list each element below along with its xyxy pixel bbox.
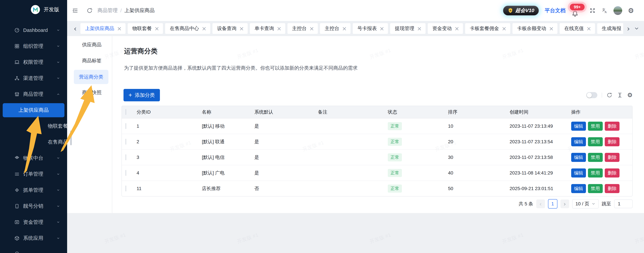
sidebar-subitem-在售商品中心[interactable]: 在售商品中心 xyxy=(0,134,67,150)
select-all-checkbox[interactable] xyxy=(126,109,126,115)
tab-提现管理[interactable]: 提现管理× xyxy=(390,23,426,34)
disable-button[interactable]: 禁用 xyxy=(588,184,603,193)
close-icon[interactable]: × xyxy=(202,26,206,31)
row-checkbox[interactable] xyxy=(126,123,126,129)
main-area: 商品管理 / 上架供应商品 超会V10 平台文档 99+ xyxy=(67,0,644,253)
row-checkbox[interactable] xyxy=(126,186,126,192)
prev-page-button[interactable]: ‹ xyxy=(536,200,545,208)
delete-button[interactable]: 删除 xyxy=(605,137,620,146)
tab-卡板余额变动[interactable]: 卡板余额变动× xyxy=(512,23,558,34)
translate-icon[interactable]: 文A xyxy=(602,8,608,14)
edit-button[interactable]: 编辑 xyxy=(571,122,586,131)
edit-button[interactable]: 编辑 xyxy=(571,137,586,146)
vip-badge[interactable]: 超会V10 xyxy=(503,6,539,16)
close-icon[interactable]: × xyxy=(310,26,314,31)
disable-button[interactable]: 禁用 xyxy=(588,122,603,131)
cell-created_at: 2023-11-07 23:13:49 xyxy=(510,124,571,129)
page-size-select[interactable]: 10 / 页 xyxy=(572,199,599,208)
sidebar-item-系统应用[interactable]: 系统应用 xyxy=(0,230,67,246)
page-number-button[interactable]: 1 xyxy=(548,199,558,208)
close-icon[interactable]: × xyxy=(454,26,460,31)
sidebar-item-订单管理[interactable]: 订单管理 xyxy=(0,166,67,182)
fullscreen-icon[interactable] xyxy=(589,8,596,14)
toolbar-divider xyxy=(602,92,602,98)
delete-button[interactable]: 删除 xyxy=(605,122,620,131)
tab-生成海报[interactable]: 生成海报× xyxy=(597,23,623,34)
delete-button[interactable]: 删除 xyxy=(605,153,620,162)
tab-在售商品中心[interactable]: 在售商品中心× xyxy=(165,23,210,34)
row-density-icon[interactable] xyxy=(617,92,623,98)
subnav-item-供应商品[interactable]: 供应商品 xyxy=(67,37,112,53)
sidebar-subitem-物联套餐[interactable]: 物联套餐 xyxy=(0,118,67,134)
delete-button[interactable]: 删除 xyxy=(605,184,620,193)
column-settings-icon[interactable]: ⚙ xyxy=(627,92,632,98)
menu-fold-icon[interactable] xyxy=(72,8,78,14)
close-icon[interactable]: × xyxy=(342,26,347,31)
tab-主控台[interactable]: 主控台× xyxy=(288,23,318,34)
avatar[interactable] xyxy=(614,6,622,15)
close-icon[interactable]: × xyxy=(417,26,422,31)
sidebar-item-clipped[interactable] xyxy=(0,246,67,253)
tab-list-dropdown-icon[interactable] xyxy=(634,26,640,32)
platform-docs-link[interactable]: 平台文档 xyxy=(545,7,566,14)
gear-icon[interactable]: ⚙ xyxy=(628,7,634,14)
cell-name: [默认] 移动 xyxy=(202,123,254,129)
notifications[interactable]: 99+ xyxy=(571,3,584,18)
notification-count-badge: 99+ xyxy=(570,4,584,10)
close-icon[interactable]: × xyxy=(239,26,244,31)
row-checkbox[interactable] xyxy=(126,139,126,144)
sidebar-item-抓单管理[interactable]: 抓单管理 xyxy=(0,182,67,198)
tab-上架供应商品[interactable]: 上架供应商品× xyxy=(80,23,126,34)
stripe-toggle[interactable] xyxy=(586,92,597,98)
sidebar-item-商品管理[interactable]: 商品管理 xyxy=(0,86,67,102)
tab-资金变动[interactable]: 资金变动× xyxy=(428,23,463,34)
close-icon[interactable]: × xyxy=(502,26,506,31)
tab-设备查询[interactable]: 设备查询× xyxy=(212,23,248,34)
scrollbar-thumb[interactable] xyxy=(70,130,72,145)
cell-is_default: 否 xyxy=(254,186,318,192)
sidebar-item-渠道管理[interactable]: 渠道管理 xyxy=(0,70,67,86)
disable-button[interactable]: 禁用 xyxy=(588,137,603,146)
add-category-button[interactable]: + 添加分类 xyxy=(124,89,160,101)
close-icon[interactable]: × xyxy=(277,26,282,31)
close-icon[interactable]: × xyxy=(154,26,160,31)
subnav-item-商品快照[interactable]: 商品快照 xyxy=(67,84,112,100)
sidebar-item-资金管理[interactable]: 资金管理 xyxy=(0,214,67,230)
tab-主控台[interactable]: 主控台× xyxy=(320,23,350,34)
close-icon[interactable]: × xyxy=(549,26,554,31)
delete-button[interactable]: 删除 xyxy=(605,168,620,178)
bell-icon[interactable] xyxy=(572,10,578,17)
tab-scroll-right-icon[interactable]: › xyxy=(625,25,632,32)
tab-单卡查询[interactable]: 单卡查询× xyxy=(250,23,285,34)
disable-button[interactable]: 禁用 xyxy=(588,153,603,162)
row-checkbox[interactable] xyxy=(126,154,126,160)
sidebar-item-物联中台[interactable]: 物联中台 xyxy=(0,150,67,166)
sidebar-item-权限管理[interactable]: 权限管理 xyxy=(0,54,67,70)
subnav-item-营运商分类[interactable]: 营运商分类 xyxy=(74,70,108,84)
table-refresh-icon[interactable] xyxy=(606,92,612,98)
edit-button[interactable]: 编辑 xyxy=(571,184,586,193)
page-title: 运营商分类 xyxy=(124,46,632,56)
cell-is_default: 是 xyxy=(254,170,318,176)
tab-卡板套餐佣金[interactable]: 卡板套餐佣金× xyxy=(465,23,510,34)
tab-号卡报表[interactable]: 号卡报表× xyxy=(353,23,388,34)
sidebar-subitem-上架供应商品[interactable]: 上架供应商品 xyxy=(3,103,64,117)
tab-scroll-left-icon[interactable]: ‹ xyxy=(72,25,78,32)
close-icon[interactable]: × xyxy=(586,26,591,31)
next-page-button[interactable]: › xyxy=(560,200,569,208)
refresh-icon[interactable] xyxy=(86,8,93,14)
row-checkbox[interactable] xyxy=(126,170,126,176)
tab-物联套餐[interactable]: 物联套餐× xyxy=(128,23,163,34)
sidebar-item-组织管理[interactable]: 组织管理 xyxy=(0,38,67,54)
sidebar-item-靓号分销[interactable]: 靓号分销 xyxy=(0,198,67,214)
breadcrumb-section[interactable]: 商品管理 xyxy=(98,7,118,14)
tab-在线充值[interactable]: 在线充值× xyxy=(560,23,595,34)
edit-button[interactable]: 编辑 xyxy=(571,168,586,178)
disable-button[interactable]: 禁用 xyxy=(588,168,603,178)
close-icon[interactable]: × xyxy=(117,26,122,31)
close-icon[interactable]: × xyxy=(380,26,384,31)
sidebar-item-Dashboard[interactable]: Dashboard xyxy=(0,22,67,38)
subnav-item-商品标签[interactable]: 商品标签 xyxy=(67,53,112,68)
edit-button[interactable]: 编辑 xyxy=(571,153,586,162)
jump-page-input[interactable] xyxy=(614,200,632,208)
